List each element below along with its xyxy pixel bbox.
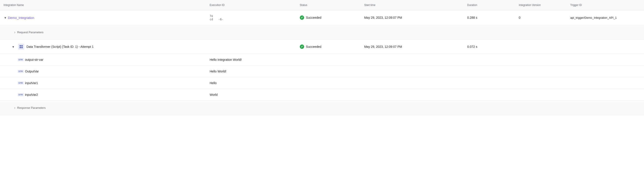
var-value-cell-2: Hello xyxy=(206,77,296,89)
start-time-cell: May 29, 2023, 12:09:07 PM xyxy=(360,10,464,25)
task-chevron-button[interactable]: ▾ xyxy=(12,44,15,50)
header-integration-name: Integration Name xyxy=(0,0,206,10)
var-name-cell-2: STR inputVar1 xyxy=(0,77,206,89)
table-row: STR inputVar1 Hello xyxy=(0,77,644,89)
task-start-time-value: May 29, 2023, 12:09:07 PM xyxy=(364,45,402,48)
str-badge-2: STR xyxy=(18,82,24,84)
header-start-time: Start time xyxy=(360,0,464,10)
var-empty-3 xyxy=(296,89,644,101)
var-name-cell-1: STR OutputVar xyxy=(0,66,206,77)
main-row-chevron-button[interactable]: ▾ xyxy=(4,15,7,21)
var-name-cell-0: STR output-str-var xyxy=(0,54,206,66)
svg-rect-3 xyxy=(21,47,23,48)
str-badge-0: STR xyxy=(18,58,24,61)
status-cell: Succeeded xyxy=(296,10,360,25)
response-parameters-label: Response Parameters xyxy=(17,106,46,110)
var-empty-0 xyxy=(296,54,644,66)
var-name-3: inputVar2 xyxy=(25,93,38,96)
str-badge-3: STR xyxy=(18,93,24,96)
table-row: ▾ Demo_Integration 7ecd ·6- Succeeded Ma… xyxy=(0,10,644,25)
request-params-chevron-button[interactable]: › xyxy=(13,29,16,36)
var-value-cell-1: Hello World! xyxy=(206,66,296,77)
var-value-3: World xyxy=(210,93,218,96)
integration-name-cell: ▾ Demo_Integration xyxy=(0,10,206,25)
var-name-2: inputVar1 xyxy=(25,81,38,85)
start-time-value: May 29, 2023, 12:09:07 PM xyxy=(364,16,402,20)
str-badge-1: STR xyxy=(18,70,24,73)
header-integration-version: Integration Version xyxy=(515,0,567,10)
table-row: STR output-str-var Hello Integration Wor… xyxy=(0,54,644,66)
svg-rect-0 xyxy=(20,45,21,46)
request-parameters-label: Request Parameters xyxy=(17,30,44,34)
request-parameters-row: › Request Parameters xyxy=(0,25,644,40)
executions-table: Integration Name Execution ID Status Sta… xyxy=(0,0,644,115)
execution-id-value: 7ecd ·6- xyxy=(210,14,224,21)
header-trigger-id: Trigger ID xyxy=(567,0,644,10)
integration-version-value: 0 xyxy=(519,16,520,20)
task-execution-id-cell xyxy=(206,40,296,54)
var-value-2: Hello xyxy=(210,81,217,85)
task-trigger-id-cell xyxy=(567,40,644,54)
task-status-success-icon xyxy=(300,44,304,49)
integration-version-cell: 0 xyxy=(515,10,567,25)
table-row: STR OutputVar Hello World! xyxy=(0,66,644,77)
var-empty-1 xyxy=(296,66,644,77)
task-duration-cell: 0.072 s xyxy=(464,40,515,54)
svg-rect-1 xyxy=(21,45,23,46)
duration-cell: 0.288 s xyxy=(464,10,515,25)
request-parameters-cell: › Request Parameters xyxy=(0,25,644,40)
var-name-1: OutputVar xyxy=(25,70,39,73)
var-empty-2 xyxy=(296,77,644,89)
var-value-cell-0: Hello Integration World! xyxy=(206,54,296,66)
trigger-id-cell: api_trigger/Demo_Integration_API_1 xyxy=(567,10,644,25)
task-name-text: Data Transformer (Script) (Task ID: 1) -… xyxy=(26,45,94,48)
response-params-chevron-button[interactable]: › xyxy=(13,104,16,111)
trigger-id-value: api_trigger/Demo_Integration_API_1 xyxy=(570,16,617,20)
response-parameters-cell: › Response Parameters xyxy=(0,101,644,115)
table-row: STR inputVar2 World xyxy=(0,89,644,101)
data-transformer-icon xyxy=(18,44,24,50)
var-name-0: output-str-var xyxy=(25,58,44,62)
executions-table-container: Integration Name Execution ID Status Sta… xyxy=(0,0,644,115)
header-status: Status xyxy=(296,0,360,10)
task-duration-value: 0.072 s xyxy=(467,45,477,48)
header-execution-id: Execution ID xyxy=(206,0,296,10)
task-integration-version-cell xyxy=(515,40,567,54)
duration-value: 0.288 s xyxy=(467,16,477,20)
execution-id-cell: 7ecd ·6- xyxy=(206,10,296,25)
status-text: Succeeded xyxy=(306,16,321,20)
svg-rect-2 xyxy=(20,47,21,48)
status-success-icon xyxy=(300,16,304,20)
var-name-cell-3: STR inputVar2 xyxy=(0,89,206,100)
task-start-time-cell: May 29, 2023, 12:09:07 PM xyxy=(360,40,464,54)
task-status-cell: Succeeded xyxy=(296,40,360,54)
table-header-row: Integration Name Execution ID Status Sta… xyxy=(0,0,644,10)
task-status-text: Succeeded xyxy=(306,45,321,48)
response-parameters-row: › Response Parameters xyxy=(0,101,644,115)
task-row: ▾ Data Transformer (Script) (Task ID: 1)… xyxy=(0,40,644,54)
var-value-cell-3: World xyxy=(206,89,296,101)
var-value-0: Hello Integration World! xyxy=(210,58,242,62)
integration-name-link[interactable]: Demo_Integration xyxy=(8,16,34,20)
var-value-1: Hello World! xyxy=(210,70,226,73)
task-name-cell: ▾ Data Transformer (Script) (Task ID: 1)… xyxy=(0,40,206,54)
header-duration: Duration xyxy=(464,0,515,10)
